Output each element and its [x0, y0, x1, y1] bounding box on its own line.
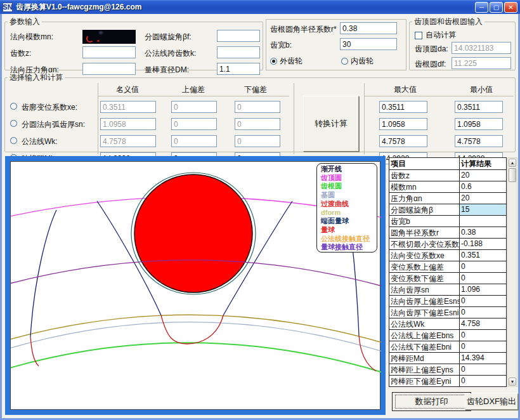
width-input[interactable] [340, 38, 397, 50]
mn-field-artifact-dot [97, 40, 100, 42]
graph-panel: 渐开线齿顶圆齿根圆基圆过渡曲线dform端面量球量球公法线接触直径量球接触直径 [5, 156, 386, 415]
table-row[interactable]: 变位系数上偏差0 [389, 261, 507, 273]
item-value[interactable] [460, 216, 507, 227]
item-label: 变位系数上偏差 [389, 261, 460, 273]
lower-field[interactable] [235, 101, 280, 113]
internal-gear-radio[interactable]: 内齿轮 [341, 56, 374, 67]
item-value[interactable]: 0 [460, 261, 507, 273]
item-value[interactable]: 0.38 [460, 227, 507, 239]
table-row[interactable]: 跨棒距Md14.394 [389, 353, 507, 364]
min-field[interactable] [455, 118, 503, 130]
upper-header: 上偏差 [165, 84, 222, 95]
table-row[interactable]: 法向齿厚下偏差Esni0 [389, 307, 507, 318]
item-value[interactable]: 0 [460, 307, 507, 318]
z-input[interactable] [82, 46, 136, 58]
item-value[interactable]: 0 [460, 296, 507, 307]
table-row[interactable]: 圆角半径系数r0.38 [389, 227, 507, 239]
item-value[interactable]: -0.188 [460, 239, 507, 250]
mn-label: 法向模数mn: [10, 32, 53, 43]
table-row[interactable]: 变位系数下偏差0 [389, 273, 507, 284]
item-label: 压力角αn [389, 193, 460, 204]
table-scrollbar[interactable]: ▲ ▼ [507, 157, 517, 387]
item-value[interactable]: 20 [460, 193, 507, 204]
graph-legend: 渐开线齿顶圆齿根圆基圆过渡曲线dform端面量球量球公法线接触直径量球接触直径 [316, 163, 377, 253]
nominal-field[interactable] [100, 118, 156, 130]
table-row[interactable]: 法向齿厚上偏差Esns0 [389, 296, 507, 307]
item-value[interactable]: 0 [460, 341, 507, 353]
title-bar[interactable]: SN 齿厚换算V1.0--fawcgzmg@126.com ─ ▢ ✕ [0, 0, 520, 14]
item-value[interactable]: 0 [460, 330, 507, 341]
external-gear-radio[interactable]: 外齿轮 [270, 56, 302, 67]
item-value[interactable]: 20 [460, 170, 507, 181]
table-row[interactable]: 不根切最小变位系数-0.188 [389, 239, 507, 250]
lower-field[interactable] [235, 118, 280, 130]
bf-input[interactable] [217, 30, 260, 42]
max-field[interactable] [379, 135, 427, 147]
print-data-button[interactable]: 数据打印 [392, 392, 471, 411]
min-field[interactable] [455, 135, 503, 147]
table-row[interactable]: 齿宽b [389, 216, 507, 227]
lower-field[interactable] [235, 135, 280, 147]
k-input[interactable] [217, 46, 260, 58]
item-label: 法向齿厚下偏差Esni [389, 307, 460, 318]
radio-external-icon[interactable] [270, 58, 277, 65]
table-row[interactable]: 公法线上偏差Ebns0 [389, 330, 507, 341]
close-button[interactable]: ✕ [504, 2, 517, 13]
scroll-thumb[interactable] [509, 168, 516, 182]
auto-calc-checkbox[interactable]: 自动计算 [415, 30, 456, 41]
upper-field[interactable] [171, 118, 217, 130]
item-value[interactable]: 0 [460, 376, 507, 387]
item-value[interactable]: 15 [460, 204, 507, 216]
upper-field[interactable] [171, 101, 217, 113]
gear-diagram-canvas[interactable]: 渐开线齿顶圆齿根圆基圆过渡曲线dform端面量球量球公法线接触直径量球接触直径 [10, 161, 380, 410]
external-gear-label: 外齿轮 [280, 56, 302, 67]
minimize-button[interactable]: ─ [475, 2, 488, 13]
table-row[interactable]: 模数mn0.6 [389, 181, 507, 193]
legend-item: 渐开线 [321, 165, 377, 174]
table-row[interactable]: 跨棒距上偏差Eyns0 [389, 364, 507, 376]
radio-internal-icon[interactable] [341, 58, 348, 65]
table-row[interactable]: 跨棒距下偏差Eyni0 [389, 376, 507, 387]
table-row[interactable]: 法向齿厚sn1.096 [389, 284, 507, 296]
table-row[interactable]: 公法线Wk4.758 [389, 318, 507, 330]
form-content: 参数输入 法向模数mn: 齿数z: 法向压力角αn: 分圆螺旋角βf: 公法线跨… [2, 14, 518, 418]
table-row[interactable]: 齿数z20 [389, 170, 507, 181]
item-value[interactable]: 0.351 [460, 250, 507, 261]
convert-calc-button[interactable]: 转换计算 [303, 96, 359, 152]
item-label: 齿数z [389, 170, 460, 181]
table-row[interactable]: 压力角αn20 [389, 193, 507, 204]
nominal-field[interactable] [100, 135, 156, 147]
min-field[interactable] [455, 101, 503, 113]
table-row[interactable]: 公法线下偏差Ebni0 [389, 341, 507, 353]
row-radio[interactable] [10, 137, 17, 144]
scroll-down-button[interactable]: ▼ [509, 377, 516, 386]
table-row[interactable]: 法向变位系数xe0.351 [389, 250, 507, 261]
table-row[interactable]: 分圆螺旋角β15 [389, 204, 507, 216]
k-label: 公法线跨齿数k: [145, 48, 196, 59]
item-value[interactable]: 0.6 [460, 181, 507, 193]
dxf-output-button[interactable]: 齿轮DXF输出 [465, 393, 518, 410]
item-value[interactable]: 0 [460, 364, 507, 376]
upper-field[interactable] [171, 135, 217, 147]
r-coef-input[interactable] [340, 22, 397, 34]
checkbox-icon[interactable] [415, 32, 422, 39]
item-label: 模数mn [389, 181, 460, 193]
maximize-button[interactable]: ▢ [490, 2, 503, 13]
row-label: 分圆法向弧齿厚sn: [22, 119, 85, 130]
max-field[interactable] [379, 101, 427, 113]
item-value[interactable]: 0 [460, 273, 507, 284]
df-input [452, 57, 511, 69]
item-value[interactable]: 14.394 [460, 353, 507, 364]
select-calc-title: 选择输入和计算 [8, 72, 65, 83]
row-radio[interactable] [10, 120, 17, 127]
mn-field[interactable] [82, 30, 136, 44]
max-header: 最大值 [377, 84, 434, 95]
item-value[interactable]: 1.096 [460, 284, 507, 296]
row-radio[interactable] [10, 103, 17, 110]
scroll-up-button[interactable]: ▲ [509, 159, 516, 167]
item-value[interactable]: 4.758 [460, 318, 507, 330]
nominal-field[interactable] [100, 101, 156, 113]
max-field[interactable] [379, 118, 427, 130]
legend-item: 量球 [321, 226, 377, 235]
transition-curve [161, 315, 223, 344]
